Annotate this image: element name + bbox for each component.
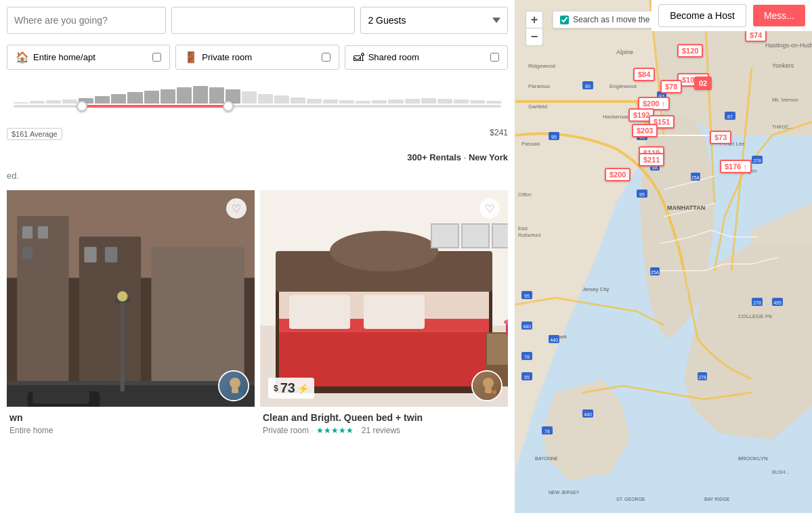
svg-text:80: 80 <box>585 84 591 89</box>
shared-room-label: Shared room <box>368 52 419 62</box>
listing-card-1[interactable]: ♡ wn Entire home <box>7 190 255 441</box>
room-type-shared[interactable]: 🛋 Shared room <box>345 45 508 70</box>
map-pin-102[interactable]: 02 <box>694 76 712 90</box>
left-panel: 07/17/2016 2 Guests 🏠 Entire home/apt 🚪 … <box>0 0 515 513</box>
header: Become a Host Mess... <box>651 0 812 31</box>
svg-rect-8 <box>105 247 117 263</box>
price-labels: $161 Average $241 <box>7 128 508 140</box>
listing-title-2: Clean and Bright. Queen bed + twin <box>263 412 505 423</box>
price-thumb-min[interactable] <box>77 101 87 112</box>
entire-home-checkbox[interactable] <box>152 53 161 62</box>
svg-text:MANHATTAN: MANHATTAN <box>667 204 705 211</box>
search-as-move-input[interactable] <box>560 16 569 24</box>
entire-home-label: Entire home/apt <box>33 52 95 62</box>
svg-text:440: 440 <box>523 324 531 329</box>
svg-text:NEW JERSEY: NEW JERSEY <box>549 490 580 495</box>
svg-text:Paramus: Paramus <box>528 83 550 89</box>
svg-point-42 <box>483 378 494 388</box>
listing-title-1: wn <box>9 412 252 423</box>
card-info-1: wn Entire home <box>7 407 255 441</box>
svg-text:Englewood: Englewood <box>610 83 637 89</box>
map-pin-176[interactable]: $176 ↑ <box>720 160 752 173</box>
svg-text:Clifton: Clifton <box>518 192 532 197</box>
svg-text:78: 78 <box>524 355 530 359</box>
map-panel: Ardsley Northvale Hastings-on-Hudson Alp… <box>515 0 812 513</box>
private-room-label: Private room <box>202 52 252 62</box>
svg-point-17 <box>230 378 240 388</box>
lightning-icon-2: ⚡ <box>297 383 309 394</box>
svg-text:95: 95 <box>551 135 557 139</box>
svg-rect-32 <box>462 224 489 248</box>
svg-point-45 <box>492 390 496 394</box>
svg-text:Jersey City: Jersey City <box>582 286 610 292</box>
host-avatar-1 <box>218 370 249 401</box>
svg-text:BUSH...: BUSH... <box>772 470 789 474</box>
price-track-fill <box>82 105 228 108</box>
map-pin-120[interactable]: $120 <box>677 44 703 58</box>
svg-text:THROC...: THROC... <box>772 125 793 129</box>
map-pin-84[interactable]: $84 <box>633 68 655 81</box>
wishlist-button-1[interactable]: ♡ <box>226 198 247 219</box>
map-pin-211[interactable]: $211 <box>639 153 664 166</box>
zoom-in-button[interactable]: + <box>526 11 543 28</box>
date-input[interactable]: 07/17/2016 <box>171 7 355 34</box>
svg-text:25A: 25A <box>691 175 700 180</box>
svg-text:BROOKLYN: BROOKLYN <box>738 455 768 462</box>
price-thumb-max[interactable] <box>223 101 234 112</box>
results-number: 300+ <box>407 152 427 162</box>
private-room-checkbox[interactable] <box>322 53 330 62</box>
map-pin-200-2[interactable]: $200 <box>605 168 631 181</box>
svg-text:95: 95 <box>639 192 645 197</box>
svg-text:25A: 25A <box>651 270 660 275</box>
svg-rect-33 <box>492 224 508 248</box>
couch-icon: 🛋 <box>354 51 364 64</box>
svg-rect-44 <box>485 388 492 393</box>
card-info-2: Clean and Bright. Queen bed + twin Priva… <box>260 407 508 441</box>
messages-button[interactable]: Mess... <box>753 5 805 26</box>
wishlist-button-2[interactable]: ♡ <box>479 198 500 219</box>
room-type-entire[interactable]: 🏠 Entire home/apt <box>7 45 170 70</box>
zoom-out-button[interactable]: − <box>526 28 543 46</box>
room-type-row: 🏠 Entire home/apt 🚪 Private room 🛋 Share… <box>7 41 508 74</box>
svg-text:Mt. Vernon: Mt. Vernon <box>772 97 798 103</box>
svg-text:495: 495 <box>773 300 782 305</box>
svg-rect-5 <box>22 247 33 259</box>
search-row: 07/17/2016 2 Guests <box>7 0 508 41</box>
results-location: New York <box>469 152 508 162</box>
become-host-button[interactable]: Become a Host <box>658 4 746 27</box>
door-icon: 🚪 <box>184 51 198 64</box>
map-pin-78[interactable]: $78 <box>660 80 682 93</box>
listing-card-2[interactable]: ♡ $ 73 ⚡ <box>260 190 508 441</box>
svg-text:Hastings-on-Hudson: Hastings-on-Hudson <box>765 42 812 49</box>
svg-text:Ridgewood: Ridgewood <box>528 63 555 69</box>
room-type-private[interactable]: 🚪 Private room <box>175 45 339 70</box>
svg-text:95: 95 <box>524 294 530 298</box>
svg-text:ST. GEORGE: ST. GEORGE <box>616 497 645 501</box>
svg-text:Yonkers: Yonkers <box>772 62 794 69</box>
results-count: 300+ Rentals · New York <box>7 147 508 168</box>
home-icon: 🏠 <box>16 51 29 64</box>
svg-text:BAY RIDGE: BAY RIDGE <box>704 497 730 501</box>
svg-rect-19 <box>232 388 238 393</box>
svg-text:440: 440 <box>584 412 592 417</box>
svg-text:Alpine: Alpine <box>616 49 633 55</box>
svg-rect-28 <box>364 295 425 329</box>
map-pin-203[interactable]: $203 <box>632 124 658 137</box>
svg-rect-7 <box>84 247 96 263</box>
price-value-2: 73 <box>280 380 295 396</box>
listing-type-2: Private room <box>263 426 309 435</box>
svg-text:95: 95 <box>524 375 530 380</box>
location-input[interactable] <box>7 7 166 34</box>
price-slider[interactable] <box>14 85 501 118</box>
shared-room-checkbox[interactable] <box>490 53 499 62</box>
price-max-label: $241 <box>490 128 508 140</box>
svg-text:BAYONNE: BAYONNE <box>535 456 558 461</box>
listings-row: ♡ wn Entire home <box>7 190 508 441</box>
map-container[interactable]: Ardsley Northvale Hastings-on-Hudson Alp… <box>515 0 812 513</box>
guests-select[interactable]: 2 Guests <box>360 7 508 34</box>
map-pin-73[interactable]: $73 <box>710 131 731 144</box>
listing-type-1: Entire home <box>9 426 54 435</box>
svg-text:Garfield: Garfield <box>528 104 547 110</box>
price-badge-2: $ 73 ⚡ <box>268 378 314 399</box>
listing-meta-2: Private room · ★★★★★ · 21 reviews <box>263 426 505 435</box>
